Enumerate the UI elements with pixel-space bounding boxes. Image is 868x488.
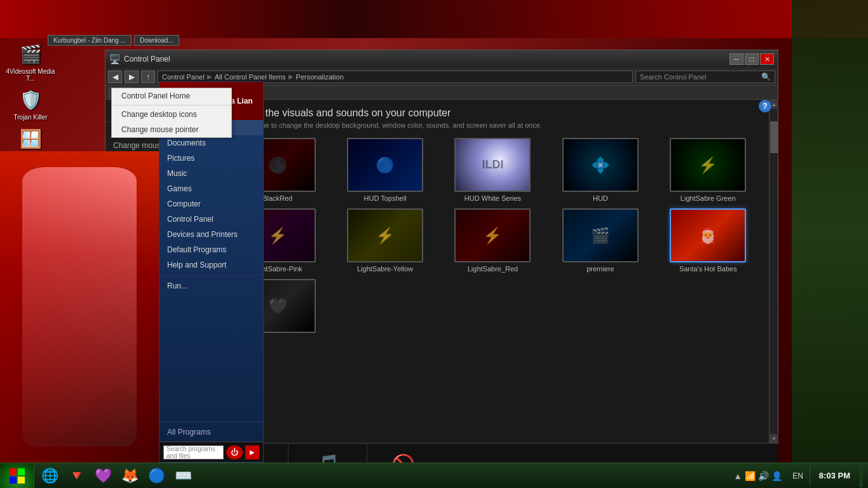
tb-app-utorrent[interactable]: 🔻 <box>64 464 89 487</box>
file-menu-dropdown: Control Panel Home Change desktop icons … <box>111 88 232 138</box>
start-menu-search-area: Search programs and files ⏻ ▶ <box>159 442 263 462</box>
sm-item-pictures[interactable]: Pictures <box>159 151 263 166</box>
start-menu-right-panel: 👤 Thawng Za Lian Thawng Za Lian Document… <box>159 81 264 463</box>
theme-thumb-premiere: 🎬 <box>562 208 639 262</box>
4videosoft-icon: 🎬 <box>18 41 43 67</box>
tray-network-icon[interactable]: 📶 <box>745 471 756 481</box>
sm-item-games[interactable]: Games <box>159 181 263 196</box>
all-programs-btn[interactable]: All Programs <box>159 421 263 442</box>
windows7-start-icon: 🪟 <box>18 126 43 151</box>
sm-item-computer[interactable]: Computer <box>159 196 263 212</box>
search-box[interactable]: Search programs and files <box>163 445 224 459</box>
cp-titlebar: 🖥️ Control Panel ─ □ ✕ <box>105 50 778 68</box>
back-button[interactable]: ◀ <box>108 71 122 83</box>
theme-deco-lightsabre-red: ⚡ <box>456 210 529 261</box>
sm-item-help-support[interactable]: Help and Support <box>159 257 263 273</box>
theme-thumb-hud-topshell: 🔵 <box>347 138 423 192</box>
theme-thumb-hud: 💠 <box>562 138 639 192</box>
download-label: Download... <box>140 37 173 44</box>
minimize-button[interactable]: ─ <box>729 53 743 65</box>
scroll-thumb[interactable] <box>770 121 778 153</box>
sm-item-control-panel[interactable]: Control Panel <box>159 212 263 227</box>
help-button[interactable]: ? <box>759 100 769 112</box>
tb-clock[interactable]: 8:03 PM <box>814 470 855 482</box>
cp-search-box[interactable]: Search Control Panel 🔍 <box>635 71 775 83</box>
cp-scrollbar[interactable]: ▲ ▼ <box>769 100 778 443</box>
power-button[interactable]: ⏻ <box>226 445 243 459</box>
theme-deco-hud-white: ILDI <box>456 139 529 191</box>
svg-rect-3 <box>18 477 25 484</box>
tb-app-viber[interactable]: 💜 <box>90 464 116 487</box>
start-button[interactable] <box>0 463 34 489</box>
all-programs-label: All Programs <box>167 428 211 437</box>
search-icon: 🔍 <box>761 72 771 81</box>
tb-app-firefox[interactable]: 🦊 <box>117 464 142 487</box>
windows-logo <box>8 467 26 485</box>
theme-hud[interactable]: 💠 HUD <box>550 138 651 202</box>
taskbar-preview-area: Kurbungbel - Ziin Dang ... Download... <box>48 35 179 46</box>
theme-deco-hud-topshell: 🔵 <box>348 139 422 191</box>
taskbar-preview-kurbungbel[interactable]: Kurbungbel - Ziin Dang ... <box>48 35 132 46</box>
file-menu-change-desktop-icons[interactable]: Change desktop icons <box>112 107 231 122</box>
theme-lightsabre-green[interactable]: ⚡ LightSabre Green <box>658 138 759 202</box>
desktop-icon-4videosoft[interactable]: 🎬 4Videosoft Media T... <box>5 41 56 82</box>
girl-overlay <box>0 151 159 463</box>
maximize-button[interactable]: □ <box>745 53 759 65</box>
tb-app-tool[interactable]: ⌨️ <box>170 464 196 487</box>
svg-rect-0 <box>10 468 17 475</box>
left-panel-image <box>0 151 159 463</box>
sm-item-default-programs[interactable]: Default Programs <box>159 242 263 257</box>
theme-name-premiere: premiere <box>587 265 614 273</box>
arrow-button[interactable]: ▶ <box>245 445 259 459</box>
cp-main: ? Change the visuals and sounds on your … <box>217 100 769 443</box>
desktop-icon-trojan-killer[interactable]: 🛡️ Trojan Killer <box>5 87 56 121</box>
systray: ▲ 📶 🔊 👤 <box>729 463 786 489</box>
theme-hud-topshell[interactable]: 🔵 HUD Topshell <box>334 138 435 202</box>
sm-separator <box>159 275 263 276</box>
taskbar-right: ▲ 📶 🔊 👤 EN 8:03 PM <box>724 463 868 489</box>
xmas-top-decoration <box>0 0 868 38</box>
up-button[interactable]: ↑ <box>141 71 155 83</box>
tb-app-ie[interactable]: 🌐 <box>37 464 62 487</box>
taskbar: 🌐 🔻 💜 🦊 🔵 ⌨️ ▲ 📶 🔊 👤 EN 8:03 PM <box>0 463 868 488</box>
tray-expand-icon[interactable]: ▲ <box>733 471 742 481</box>
theme-thumb-hud-white: ILDI <box>454 138 531 192</box>
taskbar-pinned-apps: 🌐 🔻 💜 🦊 🔵 ⌨️ <box>34 463 198 489</box>
sm-item-devices-printers[interactable]: Devices and Printers <box>159 227 263 242</box>
tray-user-icon[interactable]: 👤 <box>771 471 782 481</box>
show-desktop-btn[interactable] <box>859 464 863 487</box>
file-menu-change-mouse-pointer[interactable]: Change mouse pointer <box>112 122 231 137</box>
sm-item-music[interactable]: Music <box>159 166 263 181</box>
theme-thumb-lightsabre-red: ⚡ <box>454 208 531 262</box>
theme-hud-white[interactable]: ILDI HUD White Series <box>442 138 543 202</box>
scroll-down-btn[interactable]: ▼ <box>770 434 778 443</box>
file-menu-control-panel-home[interactable]: Control Panel Home <box>112 88 231 104</box>
themes-grid: 🌑 BlackRed 🔵 HUD Topshell ILDI <box>227 138 759 336</box>
close-button[interactable]: ✕ <box>760 53 774 65</box>
language-label: EN <box>792 471 803 480</box>
tb-app-chrome[interactable]: 🔵 <box>144 464 169 487</box>
theme-santas-hot-babes[interactable]: 🎅 Santa's Hot Babes <box>658 208 759 273</box>
theme-thumb-lightsabre-green: ⚡ <box>670 138 746 192</box>
theme-name-hud-topshell: HUD Topshell <box>364 194 407 202</box>
theme-premiere[interactable]: 🎬 premiere <box>550 208 651 273</box>
sm-item-run[interactable]: Run... <box>159 278 263 294</box>
tray-language[interactable]: EN <box>790 471 806 480</box>
breadcrumb-controlpanel: Control Panel <box>162 73 205 81</box>
theme-lightsabre-red[interactable]: ⚡ LightSabre_Red <box>442 208 543 273</box>
start-menu-items: Thawng Za Lian Documents Pictures Music … <box>159 120 263 421</box>
kurbungbel-label: Kurbungbel - Ziin Dang ... <box>53 37 126 44</box>
taskbar-preview-download[interactable]: Download... <box>134 35 179 46</box>
tb-time: 8:03 PM <box>819 471 850 480</box>
cp-title-buttons: ─ □ ✕ <box>729 53 774 65</box>
forward-button[interactable]: ▶ <box>125 71 139 83</box>
breadcrumb-personalization: Personalization <box>296 73 344 81</box>
svg-rect-2 <box>10 477 17 484</box>
cp-window-title: Control Panel <box>124 55 170 64</box>
theme-thumb-lightsabre-yellow: ⚡ <box>347 208 423 262</box>
cp-title-left: 🖥️ Control Panel <box>109 54 170 64</box>
trojan-killer-icon: 🛡️ <box>18 87 43 112</box>
theme-lightsabre-yellow[interactable]: ⚡ LightSabre-Yellow <box>334 208 435 273</box>
tray-volume-icon[interactable]: 🔊 <box>758 471 769 481</box>
theme-deco-premiere: 🎬 <box>564 210 637 261</box>
